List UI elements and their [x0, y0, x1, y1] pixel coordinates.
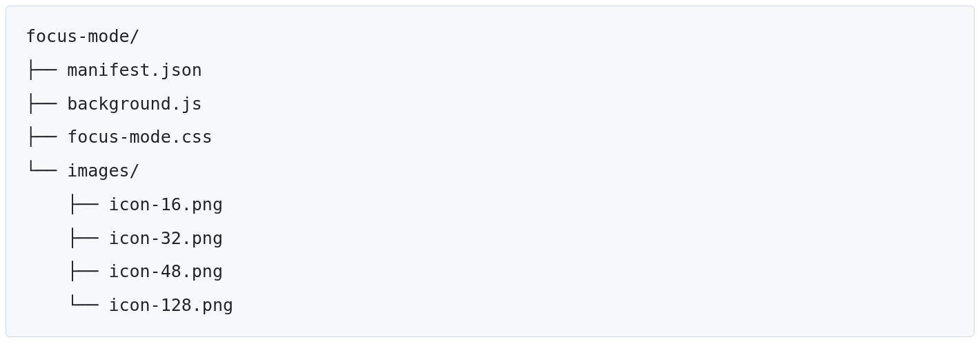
tree-line: └── images/ [26, 161, 140, 181]
tree-line: ├── background.js [26, 94, 202, 114]
file-tree-block: focus-mode/ ├── manifest.json ├── backgr… [6, 6, 974, 337]
tree-line: ├── manifest.json [26, 60, 202, 80]
tree-line: └── icon-128.png [26, 295, 233, 315]
tree-line: ├── focus-mode.css [26, 127, 213, 147]
tree-line: ├── icon-48.png [26, 261, 223, 281]
tree-line: ├── icon-32.png [26, 228, 223, 248]
tree-line: ├── icon-16.png [26, 194, 223, 214]
tree-line: focus-mode/ [26, 26, 140, 46]
file-tree-code: focus-mode/ ├── manifest.json ├── backgr… [26, 26, 233, 315]
